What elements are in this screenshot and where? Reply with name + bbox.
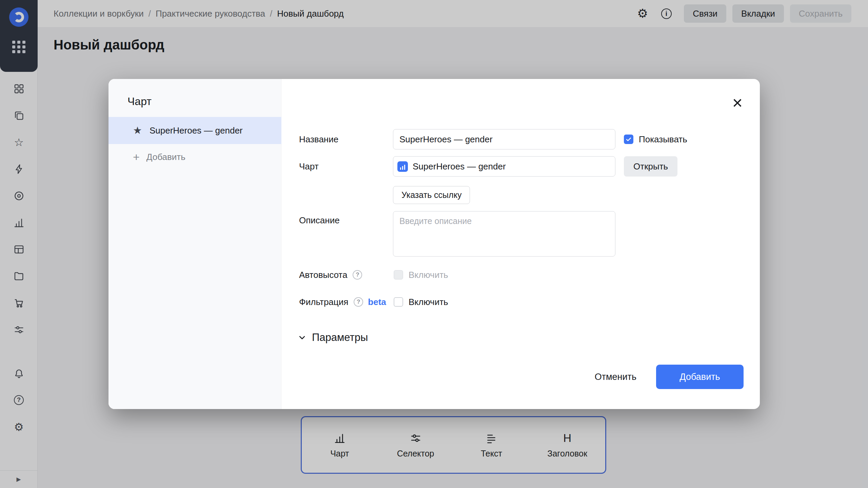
chart-select-value: SuperHeroes — gender <box>413 161 506 172</box>
filtration-label: Фильтрация <box>299 297 348 307</box>
close-icon: × <box>732 94 743 111</box>
add-chart-dialog: Чарт ★ SuperHeroes — gender + Добавить ×… <box>108 79 760 409</box>
filtration-checkbox-row: Включить <box>394 293 448 311</box>
show-checkbox[interactable] <box>624 135 633 144</box>
add-chart-list-label: Добавить <box>146 152 185 162</box>
chart-type-icon <box>397 161 408 172</box>
autoheight-help-icon[interactable]: ? <box>353 270 362 280</box>
star-icon: ★ <box>133 125 142 136</box>
specify-link-button[interactable]: Указать ссылку <box>393 186 470 204</box>
close-dialog-button[interactable]: × <box>729 94 746 111</box>
chart-list-item-label: SuperHeroes — gender <box>150 125 243 136</box>
filtration-checkbox[interactable] <box>394 297 403 307</box>
name-label: Название <box>299 129 338 149</box>
autoheight-checkbox-row: Включить <box>394 266 448 284</box>
chart-select-input[interactable]: SuperHeroes — gender <box>393 156 615 177</box>
autoheight-checkbox-label: Включить <box>409 270 448 280</box>
chart-list-item[interactable]: ★ SuperHeroes — gender <box>108 117 281 144</box>
autoheight-label: Автовысота <box>299 270 347 280</box>
filtration-checkbox-label: Включить <box>409 297 448 307</box>
dialog-side-panel: Чарт ★ SuperHeroes — gender + Добавить <box>108 79 281 409</box>
name-input[interactable] <box>393 129 615 149</box>
chart-label: Чарт <box>299 156 319 177</box>
autoheight-checkbox[interactable] <box>394 270 403 280</box>
dialog-title: Чарт <box>127 95 152 108</box>
chevron-down-icon <box>297 332 307 343</box>
description-label: Описание <box>299 215 340 226</box>
app-root: ☆ <box>0 0 868 488</box>
filtration-help-icon[interactable]: ? <box>354 297 363 307</box>
plus-icon: + <box>133 151 140 163</box>
cancel-button[interactable]: Отменить <box>587 365 645 389</box>
description-textarea[interactable] <box>393 211 615 257</box>
add-chart-list-button[interactable]: + Добавить <box>108 147 281 167</box>
parameters-label: Параметры <box>312 331 368 344</box>
open-chart-button[interactable]: Открыть <box>624 156 677 177</box>
check-icon <box>625 136 632 143</box>
dialog-footer: Отменить Добавить <box>587 365 744 389</box>
show-checkbox-row: Показывать <box>624 129 687 149</box>
beta-badge: beta <box>368 297 386 307</box>
autoheight-label-row: Автовысота ? <box>299 266 362 284</box>
filtration-label-row: Фильтрация ? beta <box>299 293 386 311</box>
add-button[interactable]: Добавить <box>656 365 744 389</box>
show-checkbox-label: Показывать <box>639 134 687 145</box>
parameters-toggle[interactable]: Параметры <box>297 328 368 347</box>
